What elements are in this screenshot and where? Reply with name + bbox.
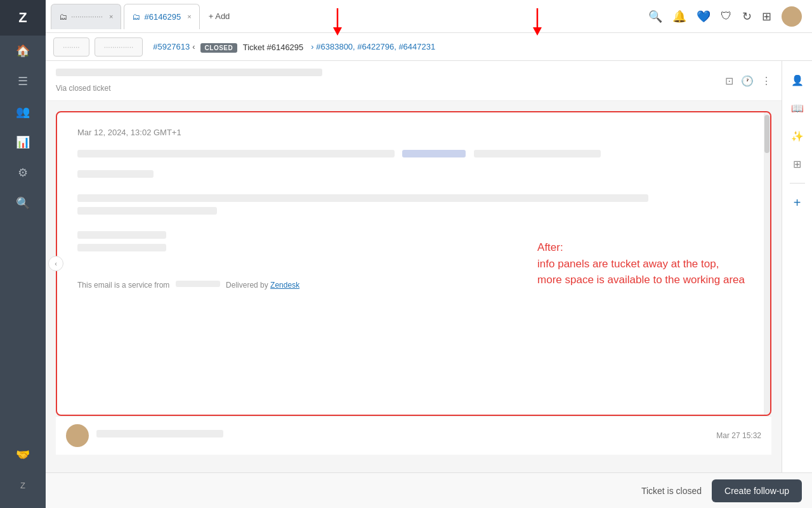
- sidebar-item-tickets[interactable]: ☰: [0, 66, 46, 97]
- sidebar-item-users[interactable]: 👥: [0, 97, 46, 127]
- tab-active-close-icon[interactable]: ×: [187, 13, 191, 20]
- grid-icon[interactable]: ⊞: [762, 10, 771, 23]
- email-header-icons: ⊡ 🕐 ⋮: [725, 75, 771, 87]
- logo-icon: Z: [18, 10, 27, 26]
- avatar[interactable]: [782, 6, 802, 27]
- email-subject-blurred: [56, 69, 322, 80]
- sidebar-item-settings[interactable]: ⚙: [0, 157, 46, 188]
- sidebar-item-support[interactable]: 🤝: [0, 439, 46, 470]
- email-entry-timestamp: Mar 27 15:32: [716, 431, 761, 440]
- tab-add-button[interactable]: + Add: [202, 11, 237, 21]
- tab-active-label: #6146295: [144, 12, 181, 22]
- ticket-navigation: #5927613 ‹ CLOSED Ticket #6146295 › #638…: [153, 41, 435, 53]
- topbar: 🗂 ··············· × 🗂 #6146295 × + Add 🔍…: [46, 0, 812, 33]
- search-icon[interactable]: 🔍: [648, 10, 662, 23]
- tab-active-favicon: 🗂: [132, 12, 140, 22]
- bell-icon[interactable]: 🔔: [672, 10, 686, 23]
- annotation-line3: more space is available to the working a…: [537, 272, 745, 288]
- email-entry-right: Mar 27 15:32: [96, 430, 761, 441]
- chevron-left-icon: ‹: [192, 42, 195, 51]
- tab-active[interactable]: 🗂 #6146295 ×: [124, 4, 199, 29]
- right-panel-add-icon[interactable]: +: [786, 191, 809, 214]
- tab-inactive[interactable]: 🗂 ··············· ×: [51, 4, 121, 29]
- sidebar: Z 🏠 ☰ 👥 📊 ⚙ 🔍 🤝 Z: [0, 0, 46, 508]
- sidebar-item-profile[interactable]: Z: [0, 470, 46, 500]
- email-timestamp: Mar 12, 2024, 13:02 GMT+1: [77, 128, 750, 137]
- refresh-icon[interactable]: ↻: [742, 10, 752, 23]
- content-area: Via closed ticket ⊡ 🕐 ⋮ ‹ Mar 12, 2024, …: [46, 61, 812, 472]
- sidebar-item-home[interactable]: 🏠: [0, 36, 46, 66]
- tab-favicon: 🗂: [59, 12, 67, 22]
- ticket-closed-text: Ticket is closed: [641, 486, 702, 496]
- email-entry-bottom: Mar 27 15:32: [56, 416, 771, 455]
- tab-close-icon[interactable]: ×: [109, 13, 113, 20]
- collapse-button[interactable]: ‹: [48, 256, 63, 271]
- right-panel-grid-icon[interactable]: ⊞: [786, 152, 809, 175]
- annotation-line2: info panels are tucket away at the top,: [537, 256, 745, 272]
- tab-inactive-label: ···············: [71, 12, 103, 21]
- scrollbar-thumb: [764, 115, 769, 153]
- email-entry-name-blurred: [96, 430, 223, 441]
- email-body-line-1b: [77, 170, 750, 182]
- annotation-line1: After:: [537, 239, 745, 256]
- secondbar-btn2-label: ··············: [104, 43, 134, 51]
- sidebar-logo[interactable]: Z: [0, 0, 46, 36]
- tab-add-label: + Add: [209, 11, 230, 21]
- email-subject: [56, 69, 322, 76]
- email-box: ‹ Mar 12, 2024, 13:02 GMT+1: [56, 111, 771, 416]
- footer-text: This email is a service from: [77, 281, 169, 290]
- annotation-text: After: info panels are tucket away at th…: [537, 239, 745, 288]
- more-icon[interactable]: ⋮: [761, 75, 771, 87]
- secondbar-btn1-label: ········: [63, 43, 80, 51]
- secondbar-btn1[interactable]: ········: [53, 37, 89, 57]
- ticket-prev-link[interactable]: #5927613 ‹: [153, 42, 195, 51]
- filter-icon[interactable]: ⊡: [725, 75, 733, 87]
- right-panel-magic-icon[interactable]: ✨: [786, 124, 809, 147]
- right-panel: 👤 📖 ✨ ⊞ +: [782, 61, 812, 472]
- ticket-current-title: Ticket #6146295: [243, 43, 304, 52]
- right-panel-divider: [790, 183, 805, 184]
- email-header: Via closed ticket ⊡ 🕐 ⋮: [46, 61, 782, 101]
- clock-icon[interactable]: 🕐: [741, 75, 754, 87]
- email-header-left: Via closed ticket: [56, 69, 322, 93]
- avatar-bottom: [66, 424, 89, 447]
- ticket-related-links[interactable]: › #6383800, #6422796, #6447231: [311, 42, 435, 51]
- sidebar-item-search[interactable]: 🔍: [0, 188, 46, 218]
- email-scrollbar[interactable]: [764, 112, 770, 415]
- via-closed-label: Via closed ticket: [56, 84, 322, 93]
- heart-icon[interactable]: 💙: [697, 10, 710, 23]
- ticket-prev-label: #5927613: [153, 42, 190, 51]
- right-panel-person-icon[interactable]: 👤: [786, 69, 809, 91]
- sidebar-item-reports[interactable]: 📊: [0, 127, 46, 157]
- main-area: 🗂 ··············· × 🗂 #6146295 × + Add 🔍…: [46, 0, 812, 508]
- footer-delivered: Delivered by: [226, 281, 268, 290]
- topbar-right-icons: 🔍 🔔 💙 🛡 ↻ ⊞: [648, 6, 807, 27]
- closed-badge: CLOSED: [200, 43, 238, 53]
- email-body-line-2: [77, 194, 750, 218]
- create-followup-button[interactable]: Create follow-up: [712, 479, 802, 502]
- right-panel-book-icon[interactable]: 📖: [786, 97, 809, 119]
- email-body-line-1: [77, 150, 750, 161]
- secondbar: ········ ·············· #5927613 ‹ CLOSE…: [46, 33, 812, 61]
- secondbar-btn2[interactable]: ··············: [95, 37, 143, 57]
- zendesk-link[interactable]: Zendesk: [270, 281, 299, 290]
- bottom-bar: Ticket is closed Create follow-up: [46, 472, 812, 508]
- main-panel: Via closed ticket ⊡ 🕐 ⋮ ‹ Mar 12, 2024, …: [46, 61, 782, 472]
- email-content-wrapper[interactable]: ‹ Mar 12, 2024, 13:02 GMT+1: [46, 101, 782, 472]
- shield-icon[interactable]: 🛡: [721, 10, 732, 23]
